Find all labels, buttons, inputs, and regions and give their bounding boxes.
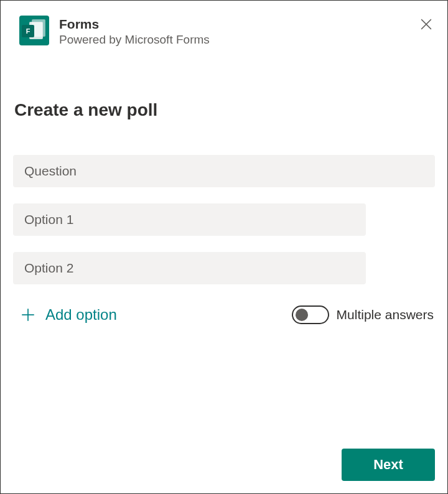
question-input[interactable] bbox=[13, 155, 435, 187]
multiple-answers-label: Multiple answers bbox=[337, 307, 434, 322]
close-button[interactable] bbox=[418, 16, 435, 33]
add-option-button[interactable]: Add option bbox=[19, 306, 117, 324]
app-subtitle: Powered by Microsoft Forms bbox=[59, 33, 408, 47]
toggle-knob bbox=[296, 309, 308, 321]
plus-icon bbox=[19, 306, 37, 324]
close-icon bbox=[421, 19, 432, 30]
header-title-block: Forms Powered by Microsoft Forms bbox=[59, 16, 408, 47]
next-button[interactable]: Next bbox=[342, 449, 435, 481]
option-input-2[interactable] bbox=[13, 252, 366, 284]
multiple-answers-group: Multiple answers bbox=[292, 305, 434, 324]
multiple-answers-toggle[interactable] bbox=[292, 305, 329, 324]
dialog-header: F Forms Powered by Microsoft Forms bbox=[13, 16, 435, 47]
dialog-footer: Next bbox=[13, 449, 435, 481]
option-input-1[interactable] bbox=[13, 203, 366, 236]
option-controls-row: Add option Multiple answers bbox=[13, 305, 435, 324]
add-option-label: Add option bbox=[45, 306, 117, 324]
forms-poll-dialog: F Forms Powered by Microsoft Forms Creat… bbox=[0, 0, 448, 494]
forms-app-icon: F bbox=[19, 16, 49, 45]
poll-fields bbox=[13, 155, 435, 284]
page-title: Create a new poll bbox=[13, 100, 435, 120]
forms-icon-badge: F bbox=[22, 25, 34, 37]
app-title: Forms bbox=[59, 17, 408, 32]
